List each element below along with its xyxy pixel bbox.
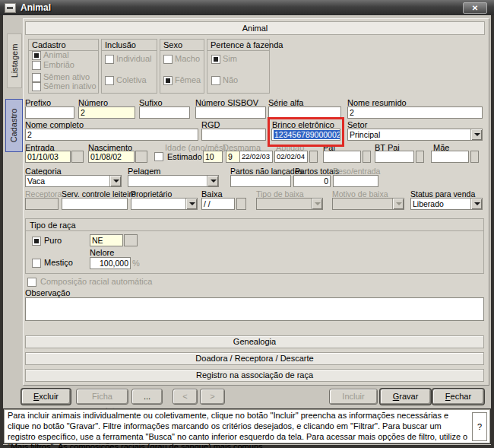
chevron-down-icon[interactable] <box>185 199 197 209</box>
observacao-textarea[interactable] <box>25 297 484 321</box>
group-pertence-fazenda-title: Pertence à fazenda <box>207 40 269 51</box>
percent-sign-label: % <box>132 259 140 268</box>
checkbox-estimado-label: Estimado <box>167 152 202 161</box>
numero-input[interactable]: 2 <box>78 106 135 119</box>
partos-nao-lancados-input[interactable] <box>230 175 291 187</box>
mae-input[interactable] <box>431 151 469 163</box>
checkbox-mestico-label: Mestiço <box>44 258 73 267</box>
numero-sisbov-input[interactable] <box>195 106 266 119</box>
raca-browse-button[interactable] <box>124 234 138 246</box>
nome-completo-input[interactable]: 2 <box>25 129 198 141</box>
categoria-value: Vaca <box>27 176 45 186</box>
serie-alfa-input[interactable] <box>268 106 341 119</box>
chevron-down-icon <box>311 199 322 209</box>
more-options-button[interactable]: ... <box>131 389 163 405</box>
peso-entrada-input[interactable] <box>333 175 378 187</box>
entrada-browse-button[interactable] <box>71 151 84 163</box>
entrada-input[interactable]: 01/10/03 <box>25 151 71 163</box>
nascimento-browse-button[interactable] <box>135 151 147 163</box>
brinco-selected-text: 123456789000002 <box>274 130 340 139</box>
desmama-input[interactable]: 22/02/03 <box>239 151 273 163</box>
excluir-button[interactable]: Excluir <box>21 389 71 405</box>
checkbox-semen-ativo <box>32 73 41 82</box>
close-button[interactable]: ✕ <box>463 2 487 14</box>
nascimento-input[interactable]: 01/08/02 <box>88 151 135 163</box>
group-sexo: Sexo <box>160 39 204 94</box>
checkbox-semen-inativo-label: Sêmen inativo <box>43 81 97 91</box>
gravar-rest: ravar <box>399 392 418 401</box>
chevron-down-icon[interactable] <box>470 199 482 209</box>
aptidao-browse-button[interactable] <box>309 151 318 163</box>
incluir-button: Incluir <box>329 389 378 405</box>
raca-sigla-input[interactable]: NE <box>90 234 123 246</box>
page-header: Animal <box>25 21 485 35</box>
checkbox-individual-label: Individual <box>116 54 151 63</box>
setor-dropdown[interactable]: Principal <box>347 129 483 141</box>
group-pertence-fazenda: Pertence à fazenda <box>207 39 270 94</box>
section-doadora-receptora-descarte[interactable]: Doadora / Receptora / Descarte <box>25 352 484 365</box>
bt-pai-browse-button[interactable] <box>416 151 424 163</box>
group-inclusao-title: Inclusão <box>102 40 157 51</box>
categoria-dropdown[interactable]: Vaca <box>25 175 122 187</box>
chevron-down-icon[interactable] <box>470 129 482 140</box>
aptidao-input[interactable]: 02/02/04 <box>274 151 308 163</box>
brinco-eletronico-input[interactable]: 123456789000002 <box>271 129 340 141</box>
next-record-button: > <box>200 389 225 405</box>
window-title: Animal <box>21 2 51 13</box>
mae-browse-button[interactable] <box>470 151 479 163</box>
status-para-venda-dropdown[interactable]: Liberado <box>410 198 483 210</box>
pai-input[interactable] <box>323 151 361 163</box>
group-sexo-title: Sexo <box>160 40 204 51</box>
title-bar: Animal ✕ <box>0 0 494 15</box>
pelagem-dropdown[interactable] <box>128 175 219 187</box>
help-button[interactable]: ? <box>472 412 487 441</box>
status-para-venda-value: Liberado <box>413 199 444 208</box>
fechar-button[interactable]: Fechar <box>432 389 484 405</box>
checkbox-mestico[interactable] <box>32 259 41 268</box>
checkbox-nao <box>211 76 220 85</box>
prefixo-input[interactable] <box>25 106 74 119</box>
group-inclusao: Inclusão <box>101 39 157 94</box>
raca-nome-label: Nelore <box>90 248 114 257</box>
chevron-down-icon[interactable] <box>109 176 121 186</box>
window-icon <box>5 3 16 13</box>
checkbox-estimado[interactable] <box>154 152 163 161</box>
serv-controle-leiteiro-input[interactable] <box>62 198 128 210</box>
help-text: Para incluir animais individualmente ou … <box>8 411 470 448</box>
fechar-rest: echar <box>451 392 472 401</box>
nome-resumido-input[interactable]: 2 <box>347 106 483 119</box>
percentual-input[interactable]: 100,000 <box>90 257 131 269</box>
checkbox-animal <box>32 51 41 60</box>
checkbox-coletiva-label: Coletiva <box>116 75 147 84</box>
baixa-input[interactable]: / / <box>201 198 235 210</box>
pai-browse-button[interactable] <box>363 151 371 163</box>
baixa-browse-button[interactable] <box>236 198 246 210</box>
bt-pai-input[interactable] <box>375 151 414 163</box>
tab-cadastro[interactable]: Cadastro <box>5 99 23 152</box>
ficha-completa-button: Ficha completa <box>76 389 128 405</box>
idade-anos-input[interactable]: 10 <box>203 151 223 163</box>
help-strip: Para incluir animais individualmente ou … <box>3 408 491 444</box>
section-registro-associacao-raca[interactable]: Registro na associação de raça <box>25 369 484 382</box>
excluir-rest: xcluir <box>39 392 59 401</box>
observacao-label: Observação <box>25 288 70 297</box>
checkbox-puro-label: Puro <box>44 236 62 245</box>
checkbox-sim <box>211 55 220 64</box>
tab-listagem[interactable]: Listagem <box>7 33 22 88</box>
setor-value: Principal <box>350 130 380 139</box>
checkbox-puro[interactable] <box>32 237 41 246</box>
partos-totais-input[interactable]: 0 <box>293 175 331 187</box>
checkbox-composicao-racial-label: Composição racial automática <box>40 277 152 286</box>
previous-record-button: < <box>173 389 198 405</box>
checkbox-semen-ativo-label: Sêmen ativo <box>43 72 90 81</box>
chevron-down-icon[interactable] <box>207 176 218 186</box>
checkbox-coletiva <box>105 76 114 85</box>
proprietario-dropdown[interactable] <box>131 198 198 210</box>
motivo-de-baixa-dropdown <box>332 198 404 210</box>
checkbox-femea <box>163 76 173 85</box>
gravar-button[interactable]: Gravar <box>380 389 431 405</box>
section-genealogia[interactable]: Genealogia <box>25 335 484 348</box>
fechar-accel: F <box>445 392 451 401</box>
sufixo-input[interactable] <box>139 106 190 119</box>
rgd-input[interactable] <box>201 129 266 141</box>
